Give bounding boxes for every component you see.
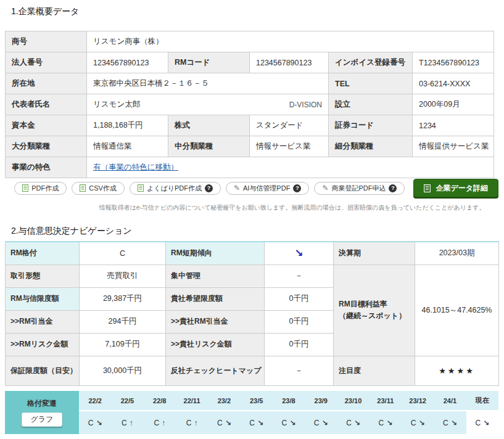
invoice-number-value: T1234567890123 xyxy=(413,52,494,73)
trend-down-arrow-icon: ↘ xyxy=(96,419,102,427)
central-management-label: 集中管理 xyxy=(166,265,265,287)
trend-up-arrow-icon: ↑ xyxy=(130,419,133,427)
industry-mid-label: 中分類業種 xyxy=(168,136,250,157)
pencil-icon: ✎ xyxy=(322,184,328,192)
rating-period: 23/11 xyxy=(370,391,402,411)
trend-down-arrow-icon: ↘ xyxy=(225,419,231,427)
table-row: 取引形態 売買取引 集中管理 － RM目標利益率 （継続～スポット） 46.10… xyxy=(6,265,499,287)
table-row: 資本金 1,188,168千円 株式 スタンダード 証券コード 1234 xyxy=(6,115,494,136)
rm-credit-limit-value: 29,387千円 xyxy=(80,287,166,310)
company-data-detail-button[interactable]: 企業データ詳細 xyxy=(413,179,498,197)
rating-letter: C xyxy=(154,419,159,427)
rm-reserve-value: 294千円 xyxy=(80,310,166,333)
representative-name: リスモン太郎 xyxy=(93,99,140,110)
antisocial-heatmap-label: 反社チェックヒートマップ xyxy=(166,356,265,385)
rating-history-title: 格付変遷 xyxy=(5,398,79,409)
representative-cell: リスモン太郎 D-VISION xyxy=(87,94,329,115)
business-feature-link[interactable]: 有（事業の特色に移動） xyxy=(93,163,178,171)
trade-type-value: 売買取引 xyxy=(80,265,166,287)
registry-pdf-button[interactable]: ✎ 商業登記PDF申込 ? xyxy=(314,182,405,195)
table-row: 所在地 東京都中央区日本橋２－１６－５ TEL 03-6214-XXXX xyxy=(6,73,494,94)
rating-letter: C xyxy=(249,419,255,427)
help-icon[interactable]: ? xyxy=(205,184,213,192)
rating-period: 23/9 xyxy=(305,391,337,411)
rating-period: 現在 xyxy=(466,391,498,411)
rating-value: C↘ xyxy=(337,411,369,434)
section2-title: 2.与信意思決定ナビゲーション xyxy=(11,226,132,237)
capital-label: 資本金 xyxy=(6,115,87,136)
trend-down-arrow-icon: ↘ xyxy=(257,419,263,427)
table-row: 法人番号 1234567890123 RMコード 1234567890123 イ… xyxy=(6,52,494,73)
trade-type-label: 取引形態 xyxy=(6,265,80,287)
ai-credit-pdf-button[interactable]: ✎ AI与信管理PDF ? xyxy=(226,182,309,195)
table-row: 商号 リスモン商事（株） xyxy=(6,31,494,52)
help-icon[interactable]: ? xyxy=(293,184,301,192)
rating-value: C↑ xyxy=(144,411,176,434)
table-row: 事業の特色 有（事業の特色に移動） xyxy=(6,157,494,178)
your-rm-reserve-label: >>貴社RM引当金 xyxy=(166,310,265,333)
attention-label: 注目度 xyxy=(334,356,415,385)
table-row: 代表者氏名 リスモン太郎 D-VISION 設立 2000年09月 xyxy=(6,94,494,115)
document-icon xyxy=(80,184,86,192)
established-value: 2000年09月 xyxy=(413,94,494,115)
trend-down-arrow-icon: ↘ xyxy=(418,419,424,427)
rating-period: 22/2 xyxy=(79,391,111,411)
section1-title: 1.企業概要データ xyxy=(11,6,79,17)
star-rating: ★★★★ xyxy=(439,366,475,375)
rating-value: C↘ xyxy=(305,411,337,434)
pdf-create-button[interactable]: PDF作成 xyxy=(14,182,67,195)
document-icon xyxy=(138,184,144,192)
table-row: RM格付 C RM短期傾向 ↘ 決算期 2023/03期 xyxy=(6,242,499,265)
business-feature-label: 事業の特色 xyxy=(6,157,87,178)
credit-navigation-table: RM格付 C RM短期傾向 ↘ 決算期 2023/03期 取引形態 売買取引 集… xyxy=(5,241,499,386)
rating-value: C↘ xyxy=(466,411,498,434)
trend-down-arrow-icon: ↘ xyxy=(354,419,360,427)
rm-risk-value: 7,109千円 xyxy=(80,333,166,356)
rating-letter: C xyxy=(314,419,320,427)
industry-sub-value: 情報提供サービス業 xyxy=(413,136,494,157)
help-icon[interactable]: ? xyxy=(389,184,397,192)
fiscal-term-value: 2023/03期 xyxy=(415,242,499,265)
rm-trend-label: RM短期傾向 xyxy=(166,242,265,265)
rm-code-label: RMコード xyxy=(168,52,250,73)
csv-create-button[interactable]: CSV作成 xyxy=(72,182,125,195)
securities-code-label: 証券コード xyxy=(329,115,413,136)
rating-history-table: 格付変遷 グラフ 22/222/522/822/1123/223/523/823… xyxy=(5,391,498,434)
rating-value: C↘ xyxy=(273,411,305,434)
table-row: 保証限度額（目安） 30,000千円 反社チェックヒートマップ － 注目度 ★★… xyxy=(6,356,499,385)
rating-history-title-cell: 格付変遷 グラフ xyxy=(5,391,79,434)
tel-label: TEL xyxy=(329,73,413,94)
your-risk-label: >>貴社リスク金額 xyxy=(166,333,265,356)
attention-value: ★★★★ xyxy=(415,356,499,385)
rating-value: C↑ xyxy=(111,411,143,434)
rm-rating-label: RM格付 xyxy=(6,242,80,265)
rm-risk-label: >>RMリスク金額 xyxy=(6,333,80,356)
rating-period: 23/8 xyxy=(273,391,305,411)
yokubari-pdf-button[interactable]: よくばりPDF作成 ? xyxy=(130,182,221,195)
capital-value: 1,188,168千円 xyxy=(87,115,168,136)
rating-period: 23/5 xyxy=(240,391,272,411)
fiscal-term-label: 決算期 xyxy=(334,242,415,265)
rating-letter: C xyxy=(443,419,448,427)
company-data-detail-label: 企業データ詳細 xyxy=(436,183,488,194)
document-icon xyxy=(424,184,431,192)
trade-name-value: リスモン商事（株） xyxy=(87,31,494,52)
target-profit-label: RM目標利益率 （継続～スポット） xyxy=(334,265,415,356)
antisocial-heatmap-value: － xyxy=(265,356,334,385)
rm-reserve-label: >>RM引当金 xyxy=(6,310,80,333)
document-icon xyxy=(22,184,28,192)
rating-letter: C xyxy=(282,419,287,427)
table-row: 大分類業種 情報通信業 中分類業種 情報サービス業 細分類業種 情報提供サービス… xyxy=(6,136,494,157)
trend-down-arrow-icon: ↘ xyxy=(289,419,295,427)
rating-value: C↘ xyxy=(208,411,240,434)
graph-button[interactable]: グラフ xyxy=(22,412,63,427)
address-value: 東京都中央区日本橋２－１６－５ xyxy=(87,73,329,94)
disclaimer-text: 情報取得者はe-与信ナビの内容について秘密厳守をお願い致します。無断流用の場合は… xyxy=(80,203,504,212)
registry-pdf-label: 商業登記PDF申込 xyxy=(331,184,386,193)
trend-down-arrow-icon: ↘ xyxy=(386,419,392,427)
central-management-value: － xyxy=(265,265,334,287)
rating-letter: C xyxy=(475,419,481,427)
tel-value: 03-6214-XXXX xyxy=(413,73,494,94)
rating-letter: C xyxy=(186,419,192,427)
your-risk-value: 0千円 xyxy=(265,333,334,356)
